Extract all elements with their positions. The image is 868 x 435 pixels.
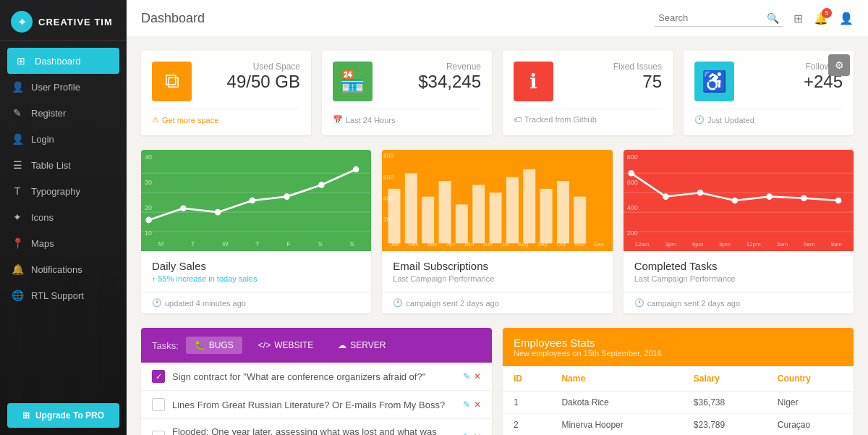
header: Dashboard 🔍 ⊞ 🔔 5 👤 [127, 0, 868, 36]
sidebar-item-icons[interactable]: ✦ Icons [0, 204, 127, 230]
task-edit-1[interactable]: ✎ [463, 371, 470, 381]
register-icon: ✎ [11, 107, 24, 119]
col-id: ID [503, 366, 550, 392]
table-icon: ☰ [11, 159, 24, 171]
sidebar-item-label: Register [31, 108, 66, 119]
task-delete-3[interactable]: ✕ [474, 432, 481, 435]
svg-rect-19 [524, 169, 536, 243]
typography-icon: T [11, 185, 24, 197]
svg-rect-17 [490, 193, 502, 243]
grid-icon[interactable]: ⊞ [793, 12, 803, 25]
chart-subtitle: Last Campaign Performance [393, 274, 601, 283]
stat-value: 49/50 GB [227, 72, 300, 92]
upgrade-button[interactable]: ⊞ Upgrade To PRO [7, 403, 119, 428]
sidebar-item-label: Icons [31, 212, 54, 223]
user-avatar[interactable]: 👤 [839, 12, 854, 25]
search-input[interactable] [658, 12, 767, 23]
stat-footer: ⚠ Get more space [152, 109, 300, 124]
settings-fab-icon[interactable]: ⚙ [828, 54, 850, 76]
cell-name: Dakota Rice [550, 392, 682, 414]
sidebar-item-label: Maps [31, 238, 54, 249]
stat-card-top: ℹ Fixed Issues 75 [514, 62, 662, 101]
task-checkbox-3[interactable] [152, 431, 165, 435]
code-icon: </> [258, 340, 271, 350]
tab-bugs[interactable]: 🐛 BUGS [186, 337, 242, 354]
task-item-3: Flooded: One year later, assessing what … [141, 419, 492, 435]
stat-card-followers: ⚙ ♿ Followers +245 🕐 Just Updated [684, 51, 854, 135]
sidebar-item-maps[interactable]: 📍 Maps [0, 230, 127, 256]
task-item-1: ✓ Sign contract for "What are conference… [141, 363, 492, 391]
icons-icon: ✦ [11, 211, 24, 223]
task-text-3: Flooded: One year later, assessing what … [172, 426, 456, 435]
get-more-space-link[interactable]: Get more space [162, 116, 218, 124]
svg-text:800: 800 [383, 152, 393, 159]
bottom-row: Tasks: 🐛 BUGS </> WEBSITE ☁ SERVER [141, 328, 854, 435]
sidebar-item-login[interactable]: 👤 Login [0, 126, 127, 152]
dashboard-icon: ⊞ [14, 55, 27, 67]
col-name: Name [550, 366, 682, 392]
sidebar-logo[interactable]: ✦ CREATIVE TIM [0, 0, 127, 41]
stats-row: ⧉ Used Space 49/50 GB ⚠ Get more space 🏪… [141, 51, 854, 135]
task-edit-3[interactable]: ✎ [463, 432, 470, 435]
sidebar-item-dashboard[interactable]: ⊞ Dashboard [7, 48, 119, 74]
sidebar-item-register[interactable]: ✎ Register [0, 100, 127, 126]
svg-point-6 [353, 166, 359, 173]
chart-title: Daily Sales [152, 260, 360, 272]
chart-x-labels: MTWTFSS [145, 240, 367, 248]
task-checkbox-1[interactable]: ✓ [152, 370, 165, 383]
header-right: 🔍 ⊞ 🔔 5 👤 [655, 10, 854, 27]
task-edit-2[interactable]: ✎ [463, 400, 470, 410]
logo-text: CREATIVE TIM [38, 17, 113, 28]
task-text-2: Lines From Great Russian Literature? Or … [172, 400, 456, 410]
svg-rect-20 [540, 189, 553, 243]
search-box[interactable]: 🔍 [655, 10, 783, 27]
svg-point-4 [284, 193, 289, 200]
warning-icon: ⚠ [152, 115, 159, 124]
chart-title: Email Subscriptions [393, 260, 601, 272]
revenue-icon: 🏪 [333, 62, 373, 101]
stat-card-top: ♿ Followers +245 [694, 62, 843, 101]
cell-name: Minerva Hooper [550, 414, 682, 436]
chart-subtitle: Last Campaign Performance [634, 274, 843, 283]
task-checkbox-2[interactable] [152, 398, 165, 411]
tab-server[interactable]: ☁ SERVER [329, 337, 394, 354]
chart-info: Completed Tasks Last Campaign Performanc… [624, 251, 854, 292]
svg-point-28 [663, 193, 668, 200]
sidebar-item-typography[interactable]: T Typography [0, 178, 127, 204]
bugs-icon: 🐛 [195, 340, 205, 350]
notifications-bell-icon[interactable]: 🔔 5 [814, 12, 828, 25]
svg-point-30 [731, 198, 737, 204]
chart-completed-tasks: 800600400200 12am3pm6pm9pm12pm3am6am9am … [624, 150, 854, 313]
upgrade-icon: ⊞ [22, 410, 30, 421]
notification-badge: 5 [822, 8, 832, 18]
sidebar-item-label: Notifications [31, 264, 82, 275]
cell-country: Niger [767, 392, 854, 414]
col-country: Country [767, 366, 854, 392]
chart-area-daily-sales: 40302010 MTWTFSS [141, 150, 371, 251]
sidebar-item-table-list[interactable]: ☰ Table List [0, 152, 127, 178]
sidebar-item-rtl-support[interactable]: 🌐 RTL Support [0, 282, 127, 308]
sidebar-item-notifications[interactable]: 🔔 Notifications [0, 256, 127, 282]
task-delete-2[interactable]: ✕ [474, 400, 481, 410]
sidebar-item-label: Typography [31, 186, 80, 197]
clock-icon: 🕐 [393, 298, 403, 308]
svg-point-33 [835, 198, 841, 204]
fixed-issues-icon: ℹ [514, 62, 553, 101]
svg-rect-14 [439, 181, 451, 243]
stat-label: Used Space [227, 62, 300, 72]
notifications-icon: 🔔 [11, 263, 24, 275]
table-header: ID Name Salary Country [503, 366, 854, 392]
chart-y-labels: 800600400200 [627, 153, 638, 237]
used-space-icon: ⧉ [152, 62, 192, 101]
footer-text: Tracked from Github [524, 115, 597, 124]
svg-rect-16 [473, 185, 485, 243]
footer-text: Just Updated [707, 116, 754, 124]
tab-website[interactable]: </> WEBSITE [250, 337, 322, 354]
search-icon[interactable]: 🔍 [767, 12, 779, 24]
page-title: Dashboard [141, 11, 205, 26]
task-delete-1[interactable]: ✕ [474, 371, 481, 381]
login-icon: 👤 [11, 133, 24, 145]
stat-footer: 🕐 Just Updated [694, 109, 843, 124]
sidebar-item-user-profile[interactable]: 👤 User Profile [0, 74, 127, 100]
maps-icon: 📍 [11, 237, 24, 249]
